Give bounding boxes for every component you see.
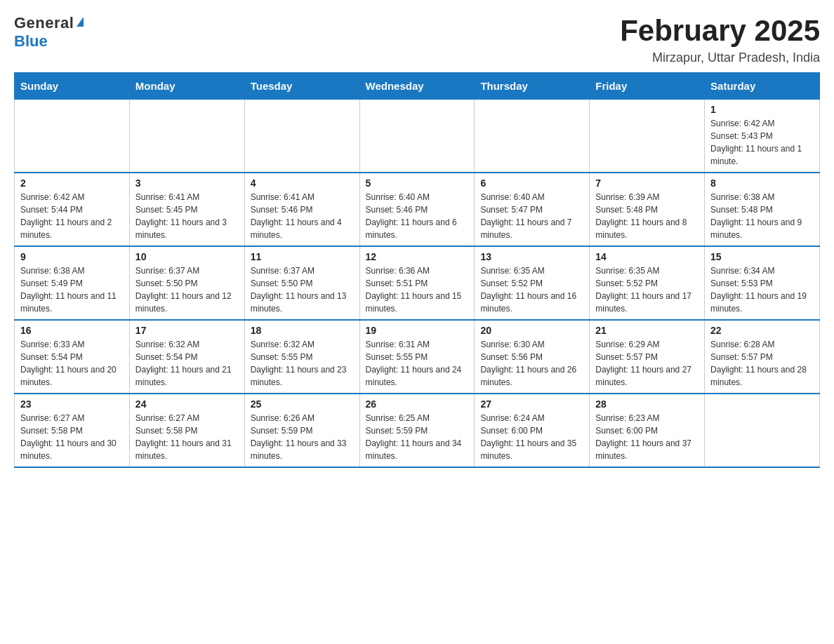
day-info: Sunrise: 6:23 AMSunset: 6:00 PMDaylight:… (595, 412, 699, 462)
day-info: Sunrise: 6:29 AMSunset: 5:57 PMDaylight:… (595, 338, 699, 389)
calendar-day-cell: 9Sunrise: 6:38 AMSunset: 5:49 PMDaylight… (15, 246, 130, 320)
days-of-week-row: SundayMondayTuesdayWednesdayThursdayFrid… (15, 73, 820, 100)
calendar-week-row: 2Sunrise: 6:42 AMSunset: 5:44 PMDaylight… (15, 173, 820, 246)
calendar-header: SundayMondayTuesdayWednesdayThursdayFrid… (15, 73, 820, 100)
day-info: Sunrise: 6:38 AMSunset: 5:49 PMDaylight:… (20, 264, 124, 315)
day-number: 3 (135, 177, 239, 189)
day-number: 17 (135, 325, 239, 336)
calendar-day-cell (15, 100, 130, 173)
calendar-day-cell: 15Sunrise: 6:34 AMSunset: 5:53 PMDayligh… (705, 246, 820, 320)
day-of-week-header: Tuesday (244, 73, 359, 100)
logo: General Blue (14, 14, 84, 51)
day-number: 28 (595, 398, 699, 410)
day-info: Sunrise: 6:38 AMSunset: 5:48 PMDaylight:… (710, 191, 814, 241)
day-info: Sunrise: 6:32 AMSunset: 5:55 PMDaylight:… (251, 338, 354, 389)
calendar-day-cell: 12Sunrise: 6:36 AMSunset: 5:51 PMDayligh… (359, 246, 475, 320)
day-of-week-header: Wednesday (359, 73, 475, 100)
calendar-week-row: 23Sunrise: 6:27 AMSunset: 5:58 PMDayligh… (15, 394, 820, 467)
calendar-day-cell: 21Sunrise: 6:29 AMSunset: 5:57 PMDayligh… (590, 320, 705, 394)
day-number: 20 (480, 325, 583, 336)
day-info: Sunrise: 6:35 AMSunset: 5:52 PMDaylight:… (480, 264, 583, 315)
calendar-day-cell: 2Sunrise: 6:42 AMSunset: 5:44 PMDaylight… (15, 173, 130, 246)
day-number: 23 (20, 398, 124, 410)
page-header: General Blue February 2025 Mirzapur, Utt… (14, 14, 820, 65)
calendar-day-cell: 24Sunrise: 6:27 AMSunset: 5:58 PMDayligh… (129, 394, 244, 467)
day-number: 14 (595, 251, 699, 262)
calendar-day-cell: 13Sunrise: 6:35 AMSunset: 5:52 PMDayligh… (475, 246, 590, 320)
day-info: Sunrise: 6:40 AMSunset: 5:47 PMDaylight:… (480, 191, 583, 241)
day-number: 24 (135, 398, 239, 410)
calendar-day-cell: 7Sunrise: 6:39 AMSunset: 5:48 PMDaylight… (590, 173, 705, 246)
calendar-day-cell (475, 100, 590, 173)
day-info: Sunrise: 6:37 AMSunset: 5:50 PMDaylight:… (251, 264, 354, 315)
day-info: Sunrise: 6:26 AMSunset: 5:59 PMDaylight:… (251, 412, 354, 462)
day-info: Sunrise: 6:39 AMSunset: 5:48 PMDaylight:… (595, 191, 699, 241)
day-number: 6 (480, 177, 583, 189)
day-number: 27 (480, 398, 583, 410)
calendar-day-cell: 28Sunrise: 6:23 AMSunset: 6:00 PMDayligh… (590, 394, 705, 467)
calendar-table: SundayMondayTuesdayWednesdayThursdayFrid… (14, 72, 820, 468)
day-info: Sunrise: 6:27 AMSunset: 5:58 PMDaylight:… (20, 412, 124, 462)
day-number: 9 (20, 251, 124, 262)
day-number: 21 (595, 325, 699, 336)
calendar-title-block: February 2025 Mirzapur, Uttar Pradesh, I… (620, 14, 820, 65)
day-info: Sunrise: 6:25 AMSunset: 5:59 PMDaylight:… (366, 412, 469, 462)
calendar-body: 1Sunrise: 6:42 AMSunset: 5:43 PMDaylight… (15, 100, 820, 468)
calendar-day-cell (705, 394, 820, 467)
calendar-day-cell: 17Sunrise: 6:32 AMSunset: 5:54 PMDayligh… (129, 320, 244, 394)
day-number: 18 (251, 325, 354, 336)
day-number: 11 (251, 251, 354, 262)
logo-general-text: General (14, 14, 74, 32)
calendar-day-cell: 8Sunrise: 6:38 AMSunset: 5:48 PMDaylight… (705, 173, 820, 246)
day-info: Sunrise: 6:41 AMSunset: 5:45 PMDaylight:… (135, 191, 239, 241)
day-number: 7 (595, 177, 699, 189)
calendar-day-cell: 10Sunrise: 6:37 AMSunset: 5:50 PMDayligh… (129, 246, 244, 320)
day-info: Sunrise: 6:27 AMSunset: 5:58 PMDaylight:… (135, 412, 239, 462)
day-of-week-header: Friday (590, 73, 705, 100)
day-number: 1 (710, 104, 814, 115)
day-number: 10 (135, 251, 239, 262)
calendar-day-cell: 16Sunrise: 6:33 AMSunset: 5:54 PMDayligh… (15, 320, 130, 394)
day-number: 15 (710, 251, 814, 262)
day-number: 8 (710, 177, 814, 189)
day-of-week-header: Thursday (475, 73, 590, 100)
day-number: 16 (20, 325, 124, 336)
day-info: Sunrise: 6:34 AMSunset: 5:53 PMDaylight:… (710, 264, 814, 315)
day-number: 2 (20, 177, 124, 189)
day-info: Sunrise: 6:33 AMSunset: 5:54 PMDaylight:… (20, 338, 124, 389)
day-info: Sunrise: 6:37 AMSunset: 5:50 PMDaylight:… (135, 264, 239, 315)
day-info: Sunrise: 6:40 AMSunset: 5:46 PMDaylight:… (366, 191, 469, 241)
calendar-day-cell: 1Sunrise: 6:42 AMSunset: 5:43 PMDaylight… (705, 100, 820, 173)
calendar-day-cell: 22Sunrise: 6:28 AMSunset: 5:57 PMDayligh… (705, 320, 820, 394)
calendar-day-cell: 19Sunrise: 6:31 AMSunset: 5:55 PMDayligh… (359, 320, 475, 394)
logo-triangle-icon (77, 17, 84, 27)
day-info: Sunrise: 6:32 AMSunset: 5:54 PMDaylight:… (135, 338, 239, 389)
day-info: Sunrise: 6:36 AMSunset: 5:51 PMDaylight:… (366, 264, 469, 315)
day-number: 5 (366, 177, 469, 189)
calendar-day-cell: 5Sunrise: 6:40 AMSunset: 5:46 PMDaylight… (359, 173, 475, 246)
day-info: Sunrise: 6:42 AMSunset: 5:44 PMDaylight:… (20, 191, 124, 241)
day-of-week-header: Sunday (15, 73, 130, 100)
calendar-day-cell (359, 100, 475, 173)
day-info: Sunrise: 6:28 AMSunset: 5:57 PMDaylight:… (710, 338, 814, 389)
calendar-day-cell (590, 100, 705, 173)
day-of-week-header: Saturday (705, 73, 820, 100)
day-info: Sunrise: 6:41 AMSunset: 5:46 PMDaylight:… (251, 191, 354, 241)
calendar-day-cell: 23Sunrise: 6:27 AMSunset: 5:58 PMDayligh… (15, 394, 130, 467)
day-number: 26 (366, 398, 469, 410)
day-number: 12 (366, 251, 469, 262)
day-info: Sunrise: 6:35 AMSunset: 5:52 PMDaylight:… (595, 264, 699, 315)
calendar-day-cell: 25Sunrise: 6:26 AMSunset: 5:59 PMDayligh… (244, 394, 359, 467)
calendar-day-cell: 4Sunrise: 6:41 AMSunset: 5:46 PMDaylight… (244, 173, 359, 246)
day-info: Sunrise: 6:24 AMSunset: 6:00 PMDaylight:… (480, 412, 583, 462)
day-number: 4 (251, 177, 354, 189)
calendar-day-cell: 26Sunrise: 6:25 AMSunset: 5:59 PMDayligh… (359, 394, 475, 467)
day-info: Sunrise: 6:31 AMSunset: 5:55 PMDaylight:… (366, 338, 469, 389)
calendar-day-cell: 18Sunrise: 6:32 AMSunset: 5:55 PMDayligh… (244, 320, 359, 394)
day-info: Sunrise: 6:30 AMSunset: 5:56 PMDaylight:… (480, 338, 583, 389)
calendar-day-cell (244, 100, 359, 173)
calendar-subtitle: Mirzapur, Uttar Pradesh, India (620, 51, 820, 65)
calendar-day-cell: 20Sunrise: 6:30 AMSunset: 5:56 PMDayligh… (475, 320, 590, 394)
calendar-day-cell: 3Sunrise: 6:41 AMSunset: 5:45 PMDaylight… (129, 173, 244, 246)
calendar-day-cell: 11Sunrise: 6:37 AMSunset: 5:50 PMDayligh… (244, 246, 359, 320)
